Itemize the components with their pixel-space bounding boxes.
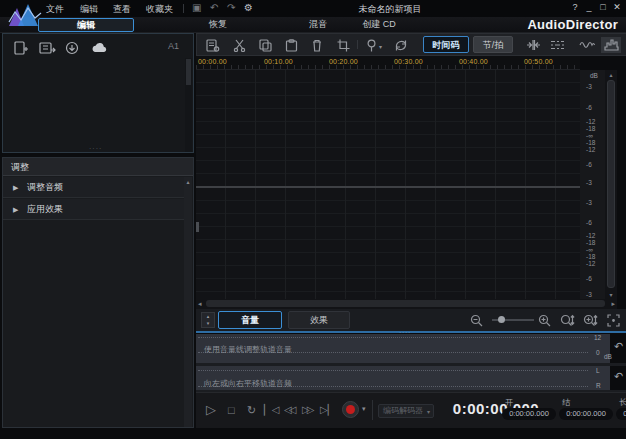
stop-button[interactable]: □ — [228, 402, 235, 418]
shrink-waveform-icon[interactable] — [523, 37, 543, 53]
playhead-marker[interactable] — [196, 222, 199, 232]
edit-toolbar: ▾ 时间码 节/拍 — [196, 33, 626, 56]
scroll-left-icon[interactable]: ◂ — [198, 299, 202, 309]
record-button[interactable] — [342, 401, 359, 418]
menu-edit[interactable]: 编辑 — [80, 3, 98, 16]
cloud-icon[interactable] — [91, 41, 109, 55]
zoom-slider[interactable] — [492, 319, 534, 321]
trim-icon[interactable] — [333, 37, 353, 53]
panel-resize-handle[interactable]: ···· — [89, 145, 102, 152]
vertical-zoom-out-icon[interactable] — [558, 313, 576, 327]
length-value[interactable]: 0:00:00.000 — [616, 408, 626, 420]
loop-button[interactable]: ↻ — [247, 402, 256, 418]
channel-left[interactable] — [196, 70, 580, 186]
ruler-tick: 00:50.00 — [524, 58, 553, 65]
convert-icon[interactable] — [391, 37, 411, 53]
vertical-zoom-in-icon[interactable] — [581, 313, 599, 327]
record-dropdown-icon[interactable]: ▾ — [362, 405, 366, 413]
db-scale: dB -3 -6 -12 -18 -∞ -18 -12 -6 -3 -3 -6 … — [580, 70, 605, 299]
vscroll-thumb[interactable] — [607, 80, 615, 288]
import-media-icon[interactable] — [39, 41, 57, 55]
lane-tab-row: ▴ ▾ 音量 效果 — [196, 309, 626, 331]
skip-to-start-button[interactable]: ▏◁ — [264, 402, 279, 418]
volume-lane[interactable]: 使用音量线调整轨道音量 — [196, 334, 610, 363]
fast-forward-button[interactable]: ▷▷ — [302, 402, 311, 418]
adjust-panel: 调整 ▶ 调整音频 ▶ 应用效果 ▴ — [2, 157, 194, 428]
end-value[interactable]: 0:00:00.000 — [559, 408, 613, 420]
timeline-ruler[interactable]: 00:00.00 00:10.00 00:20.00 00:30.00 00:4… — [196, 56, 580, 70]
scroll-right-icon[interactable]: ▸ — [611, 299, 615, 309]
close-button[interactable]: ✕ — [610, 2, 624, 12]
reset-volume-icon[interactable]: ↶ — [614, 340, 623, 353]
tab-effect[interactable]: 效果 — [288, 311, 350, 329]
ruler-tick: 00:10.00 — [264, 58, 293, 65]
adjust-scrollbar[interactable]: ▴ — [184, 177, 192, 427]
audiodirector-logo-icon — [7, 2, 43, 30]
adjust-panel-header: 调整 — [3, 158, 193, 176]
capture-icon[interactable]: ▣ — [192, 2, 201, 14]
rewind-button[interactable]: ◁◁ — [284, 402, 293, 418]
library-scrollbar[interactable] — [185, 58, 192, 152]
marker-dropdown-icon[interactable]: ▾ — [379, 43, 382, 50]
keyframe-panel-icon[interactable] — [547, 37, 567, 53]
help-button[interactable]: ? — [568, 2, 582, 12]
skip-to-end-button[interactable]: ▷▏ — [320, 402, 335, 418]
pan-lane[interactable]: 向左或向右平移轨道音频 — [196, 366, 610, 390]
scroll-up-icon[interactable]: ▴ — [184, 178, 192, 185]
collapse-down-icon: ▾ — [207, 320, 210, 326]
tab-mix[interactable]: 混音 — [292, 18, 344, 32]
reset-pan-icon[interactable]: ↶ — [614, 370, 623, 383]
channel-right[interactable] — [196, 188, 580, 299]
collapse-lanes-button[interactable]: ▴ ▾ — [201, 312, 215, 328]
vertical-scrollbar[interactable]: ▴ ▾ — [605, 70, 617, 299]
start-value[interactable]: 0:00:00.000 — [502, 408, 556, 420]
lane-divider[interactable]: ···· — [196, 331, 626, 333]
tab-create-cd[interactable]: 创建 CD — [348, 18, 410, 32]
fit-to-window-icon[interactable] — [604, 313, 622, 327]
window-title: 未命名的新项目 — [280, 3, 500, 16]
toolbar-separator — [183, 4, 184, 13]
sort-dropdown[interactable]: A1 — [168, 41, 179, 51]
spectral-view-icon[interactable] — [601, 37, 621, 53]
marker-icon[interactable] — [361, 37, 381, 53]
zoom-slider-knob[interactable] — [498, 316, 505, 323]
menu-favorites[interactable]: 收藏夹 — [146, 3, 173, 16]
download-clips-icon[interactable] — [65, 41, 83, 55]
db-label: -3 — [586, 292, 592, 298]
import-audio-icon[interactable] — [13, 41, 31, 55]
volume-line-max — [198, 337, 588, 338]
paste-icon[interactable] — [281, 37, 301, 53]
maximize-button[interactable]: □ — [596, 2, 610, 12]
zoom-in-icon[interactable] — [536, 313, 554, 327]
delete-icon[interactable] — [307, 37, 327, 53]
codec-dropdown[interactable]: 编码解码器 ▾ — [378, 404, 434, 418]
cut-icon[interactable] — [229, 37, 249, 53]
tab-restore[interactable]: 恢复 — [192, 18, 244, 32]
waveform-view-icon[interactable] — [577, 37, 597, 53]
redo-icon[interactable]: ↷ — [227, 2, 235, 14]
menu-view[interactable]: 查看 — [113, 3, 131, 16]
tab-volume[interactable]: 音量 — [218, 311, 282, 329]
collapse-up-icon: ▴ — [207, 313, 210, 319]
scroll-up-icon[interactable]: ▴ — [605, 71, 617, 78]
zoom-out-icon[interactable] — [468, 313, 486, 327]
waveform-editor[interactable] — [196, 70, 580, 299]
tab-edit[interactable]: 编辑 — [38, 18, 134, 32]
properties-icon[interactable] — [203, 37, 223, 53]
settings-gear-icon[interactable]: ⚙ — [244, 2, 253, 14]
horizontal-scrollbar[interactable]: ◂ ▸ — [196, 299, 617, 309]
db-unit-label: dB — [590, 72, 598, 79]
menu-file[interactable]: 文件 — [46, 3, 64, 16]
minimize-button[interactable]: _ — [582, 2, 596, 12]
volume-hint-text: 使用音量线调整轨道音量 — [204, 344, 292, 355]
scroll-down-icon[interactable]: ▾ — [605, 291, 617, 298]
hscroll-thumb[interactable] — [206, 300, 605, 307]
adjust-audio-item[interactable]: ▶ 调整音频 — [3, 177, 186, 198]
play-button[interactable]: ▷ — [206, 402, 216, 418]
copy-icon[interactable] — [255, 37, 275, 53]
timecode-mode-button[interactable]: 时间码 — [423, 36, 469, 53]
beats-mode-button[interactable]: 节/拍 — [473, 36, 513, 53]
ruler-tick: 00:20.00 — [329, 58, 358, 65]
undo-icon[interactable]: ↶ — [210, 2, 218, 14]
apply-effects-item[interactable]: ▶ 应用效果 — [3, 199, 186, 220]
